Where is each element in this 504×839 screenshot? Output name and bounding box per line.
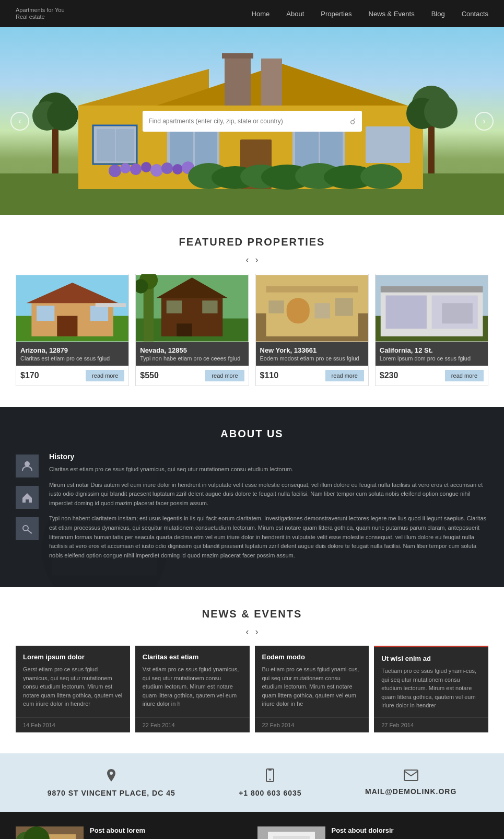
search-input[interactable] xyxy=(149,118,346,125)
news-card-body: Eodem modo Bu etiam pro ce ssus fgiud yn… xyxy=(255,646,369,717)
svg-point-21 xyxy=(120,163,131,173)
hero-illustration xyxy=(0,53,504,215)
news-card: Claritas est etiam Vst etiam pro ce ssus… xyxy=(135,646,250,732)
news-card: Lorem ipsum dolor Gerst etiam pro ce ssu… xyxy=(16,646,130,732)
svg-rect-64 xyxy=(266,286,358,293)
about-content: History Claritas est etiam pro ce ssus f… xyxy=(16,452,488,566)
blog-post: Post about lorem Gerst etiam pro ce ssus… xyxy=(16,826,247,839)
featured-next-arrow[interactable]: › xyxy=(255,254,259,265)
news-grid: Lorem ipsum dolor Gerst etiam pro ce ssu… xyxy=(16,646,488,732)
property-price-row: $550 read more xyxy=(136,366,248,386)
featured-prev-arrow[interactable]: ‹ xyxy=(246,254,249,265)
svg-rect-6 xyxy=(222,53,253,59)
news-card: Ut wisi enim ad Tuetiam pro ce ssus fgiu… xyxy=(374,646,488,732)
svg-rect-73 xyxy=(385,296,426,329)
email-icon xyxy=(404,770,418,784)
news-card-text: Gerst etiam pro ce ssus fgiud ynamicus, … xyxy=(23,665,123,708)
svg-rect-95 xyxy=(273,836,310,839)
news-card-text: Vst etiam pro ce ssus fgiud ynamicus, qu… xyxy=(143,665,242,708)
svg-point-38 xyxy=(47,99,78,131)
news-card-title: Eodem modo xyxy=(262,653,362,661)
svg-rect-57 xyxy=(202,300,217,313)
about-person-icon xyxy=(16,455,39,477)
news-card: Eodem modo Bu etiam pro ce ssus fgiud yn… xyxy=(255,646,369,732)
news-carousel-controls: ‹ › xyxy=(16,626,488,637)
nav-news[interactable]: News & Events xyxy=(369,10,415,18)
svg-line-81 xyxy=(28,530,32,533)
properties-grid: Arizona, 12879 Claritas est etiam pro ce… xyxy=(16,274,488,386)
blog-post-content: Post about dolorsir Huim pro ce ssus fgi… xyxy=(332,826,489,839)
svg-rect-56 xyxy=(167,300,182,313)
nav-properties[interactable]: Properties xyxy=(321,10,351,18)
nav-brand: Apartments for You Real estate xyxy=(16,7,65,20)
svg-point-34 xyxy=(360,164,402,189)
featured-carousel-controls: ‹ › xyxy=(16,254,488,265)
property-read-more-button[interactable]: read more xyxy=(205,370,244,381)
svg-rect-9 xyxy=(97,129,115,161)
news-card-body: Claritas est etiam Vst etiam pro ce ssus… xyxy=(135,646,250,717)
property-card: New York, 133661 Eodem modost etiam pro … xyxy=(255,274,369,386)
property-name: New York, 133661 xyxy=(260,346,364,354)
nav-blog[interactable]: Blog xyxy=(431,10,445,18)
svg-rect-10 xyxy=(116,129,134,161)
news-card-body: Lorem ipsum dolor Gerst etiam pro ce ssu… xyxy=(16,646,130,717)
svg-point-26 xyxy=(172,164,183,174)
property-price: $550 xyxy=(140,371,159,380)
about-heading: History xyxy=(49,452,488,461)
featured-properties-section: FEATURED PROPERTIES ‹ › Arizona, 12879 C… xyxy=(0,215,504,407)
nav-contacts[interactable]: Contacts xyxy=(462,10,488,18)
news-card-title: Claritas est etiam xyxy=(143,653,242,661)
about-text2: Mirum est notar Duis autem vel eum iriur… xyxy=(49,481,488,508)
svg-rect-48 xyxy=(37,306,54,321)
svg-point-25 xyxy=(161,162,173,174)
search-icon: ☌ xyxy=(350,116,356,126)
property-name: California, 12 St. xyxy=(380,346,484,354)
svg-rect-55 xyxy=(177,323,192,336)
blog-post: Post about dolorsir Huim pro ce ssus fgi… xyxy=(257,826,489,839)
property-name: Arizona, 12879 xyxy=(20,346,124,354)
nav-about[interactable]: About xyxy=(286,10,304,18)
blog-section: Post about lorem Gerst etiam pro ce ssus… xyxy=(0,812,504,839)
property-card: Arizona, 12879 Claritas est etiam pro ce… xyxy=(16,274,129,386)
contact-address: 9870 ST VINCENT PLACE, DC 45 xyxy=(48,789,175,797)
about-text1: Claritas est etiam pro ce ssus fgiud yna… xyxy=(49,465,488,474)
property-desc: Eodem modost etiam pro ce ssus fgiud xyxy=(260,355,364,362)
hero-prev-button[interactable]: ‹ xyxy=(10,112,29,131)
svg-point-20 xyxy=(109,165,121,177)
property-price-row: $110 read more xyxy=(256,366,368,386)
svg-rect-84 xyxy=(268,770,272,771)
svg-point-80 xyxy=(23,526,28,531)
news-card-body: Ut wisi enim ad Tuetiam pro ce ssus fgiu… xyxy=(374,647,488,717)
nav-home[interactable]: Home xyxy=(252,10,270,18)
property-image xyxy=(16,274,128,342)
news-prev-arrow[interactable]: ‹ xyxy=(246,626,249,637)
property-read-more-button[interactable]: read more xyxy=(86,370,124,381)
property-read-more-button[interactable]: read more xyxy=(445,370,484,381)
about-text-block: History Claritas est etiam pro ce ssus f… xyxy=(49,452,488,566)
hero-next-button[interactable]: › xyxy=(475,112,494,131)
svg-rect-49 xyxy=(90,306,108,321)
phone-icon xyxy=(265,768,275,786)
svg-rect-65 xyxy=(286,298,309,323)
property-read-more-button[interactable]: read more xyxy=(325,370,364,381)
blog-post-content: Post about lorem Gerst etiam pro ce ssus… xyxy=(90,826,247,839)
svg-rect-5 xyxy=(225,53,251,106)
svg-rect-75 xyxy=(442,303,473,323)
news-card-date: 14 Feb 2014 xyxy=(16,717,130,732)
property-name: Nevada, 12855 xyxy=(140,346,244,354)
hero-section: ‹ ☌ › xyxy=(0,27,504,215)
news-card-text: Tuetiam pro ce ssus fgiud ynami-cus, qui… xyxy=(381,667,481,710)
contact-phone-item: +1 800 603 6035 xyxy=(239,768,302,797)
svg-rect-66 xyxy=(314,303,330,318)
property-image xyxy=(136,274,248,342)
property-image xyxy=(256,274,368,342)
svg-point-42 xyxy=(424,95,458,129)
property-desc: Lorem ipsum dom pro ce ssus fgiud xyxy=(380,355,484,362)
news-next-arrow[interactable]: › xyxy=(255,626,259,637)
featured-title: FEATURED PROPERTIES xyxy=(16,236,488,248)
svg-rect-67 xyxy=(335,298,353,316)
property-price: $170 xyxy=(20,371,39,380)
svg-point-23 xyxy=(141,162,151,172)
blog-post-title: Post about dolorsir xyxy=(332,826,489,834)
contact-address-item: 9870 ST VINCENT PLACE, DC 45 xyxy=(48,768,175,797)
